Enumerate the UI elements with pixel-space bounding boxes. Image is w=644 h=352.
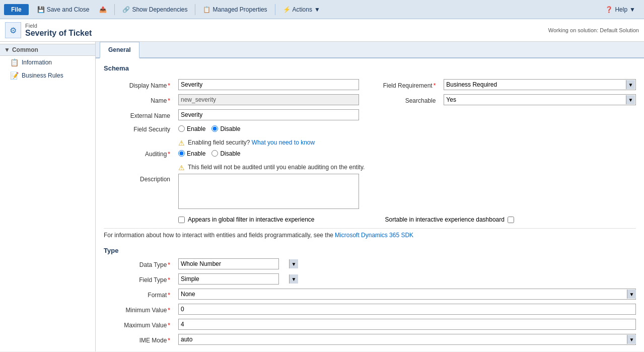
- maximum-value-row: Maximum Value*: [104, 319, 636, 330]
- maximum-value-input[interactable]: [178, 319, 636, 330]
- deps-icon: 🔗: [122, 6, 130, 13]
- display-name-row: Display Name* Field Requirement* Busines…: [104, 79, 636, 90]
- field-security-row: Field Security Enable Disable: [104, 124, 636, 133]
- field-requirement-select[interactable]: Business RequiredOptionalSystem Required: [444, 79, 636, 90]
- sortable-label: Sortable in interactive experience dashb…: [385, 216, 504, 223]
- information-icon: 📋: [10, 58, 19, 66]
- publish-button[interactable]: 📤: [95, 4, 111, 16]
- searchable-select[interactable]: YesNo: [444, 94, 636, 105]
- data-type-arrow: ▼: [289, 259, 298, 268]
- field-security-disable-radio[interactable]: [211, 125, 218, 132]
- form-content: Schema Display Name* Field Requirement* …: [96, 58, 644, 351]
- sortable-checkbox[interactable]: [508, 217, 514, 223]
- save-close-button[interactable]: 💾 Save and Close: [33, 4, 94, 16]
- auditing-disable-label[interactable]: Disable: [211, 150, 240, 157]
- name-input[interactable]: [178, 94, 359, 105]
- actions-icon: ⚡: [283, 6, 291, 13]
- name-label: Name*: [104, 96, 174, 104]
- global-filter-label: Appears in global filter in interactive …: [188, 216, 314, 223]
- maximum-value-col: Maximum Value*: [104, 319, 636, 330]
- chevron-down-icon: ▼: [4, 46, 10, 53]
- help-button[interactable]: ❓ Help ▼: [601, 4, 640, 16]
- ime-mode-label: IME Mode*: [104, 335, 174, 344]
- auditing-enable-radio[interactable]: [178, 150, 185, 157]
- display-name-label: Display Name*: [104, 81, 174, 89]
- minimum-value-input[interactable]: [178, 304, 636, 315]
- external-name-col: External Name: [104, 109, 359, 120]
- global-filter-checkbox[interactable]: [178, 217, 185, 223]
- display-name-input[interactable]: [178, 79, 359, 90]
- field-security-radio-group: Enable Disable: [178, 125, 240, 132]
- sidebar-item-information[interactable]: 📋 Information: [0, 56, 95, 69]
- field-security-enable-radio[interactable]: [178, 125, 185, 132]
- format-select[interactable]: NoneDurationTime ZoneLanguage: [178, 289, 636, 300]
- field-type-label: Field Type*: [104, 275, 174, 284]
- separator-3: [275, 4, 275, 15]
- format-select-wrapper: NoneDurationTime ZoneLanguage ▼: [178, 289, 636, 300]
- help-icon: ❓: [605, 6, 613, 13]
- page-subtitle: Field: [25, 23, 92, 29]
- data-type-row: Data Type* Whole Number ▼: [104, 258, 636, 269]
- what-you-need-to-know-link[interactable]: What you need to know: [252, 139, 315, 146]
- ime-mode-row: IME Mode* autoactiveinactivedisabled ▼: [104, 334, 636, 345]
- field-type-select-wrapper: SimpleCalculatedRollup ▼: [178, 273, 299, 285]
- field-type-arrow: ▼: [289, 274, 298, 284]
- minimum-value-label: Minimum Value*: [104, 305, 174, 314]
- ime-mode-select[interactable]: autoactiveinactivedisabled: [178, 334, 636, 345]
- field-security-col: Field Security Enable Disable: [104, 124, 359, 133]
- field-type-select[interactable]: SimpleCalculatedRollup: [178, 273, 279, 285]
- auditing-disable-radio[interactable]: [211, 150, 218, 157]
- description-textarea[interactable]: [178, 174, 359, 209]
- type-section-header: Type: [104, 247, 636, 254]
- auditing-warning-text: This field will not be audited until you…: [188, 164, 365, 171]
- auditing-col: Auditing* Enable Disable: [104, 149, 359, 158]
- actions-button[interactable]: ⚡ Actions ▼: [278, 4, 325, 16]
- description-label: Description: [104, 174, 174, 183]
- field-security-disable-label[interactable]: Disable: [211, 125, 240, 132]
- tab-bar: General: [96, 42, 644, 58]
- searchable-col: Searchable YesNo ▼: [359, 94, 636, 105]
- working-on-label: Working on solution: Default Solution: [548, 27, 639, 33]
- field-security-enable-label[interactable]: Enable: [178, 125, 205, 132]
- sidebar-item-business-rules[interactable]: 📝 Business Rules: [0, 69, 95, 82]
- name-row: Name* Searchable YesNo ▼: [104, 94, 636, 105]
- show-dependencies-button[interactable]: 🔗 Show Dependencies: [118, 4, 192, 16]
- save-icon: 💾: [37, 6, 45, 13]
- minimum-value-col: Minimum Value*: [104, 304, 636, 315]
- external-name-input[interactable]: [178, 109, 359, 120]
- sdk-link[interactable]: Microsoft Dynamics 365 SDK: [335, 232, 413, 239]
- auditing-warning-row: ⚠ This field will not be audited until y…: [104, 162, 636, 174]
- main-layout: ▼ Common 📋 Information 📝 Business Rules …: [0, 42, 644, 351]
- sortable-col: Sortable in interactive experience dashb…: [385, 216, 514, 223]
- field-type-col: Field Type* SimpleCalculatedRollup ▼: [104, 273, 359, 285]
- format-col: Format* NoneDurationTime ZoneLanguage ▼: [104, 289, 636, 300]
- global-filter-col: Appears in global filter in interactive …: [104, 216, 314, 223]
- auditing-label: Auditing*: [104, 149, 174, 158]
- data-type-select[interactable]: Whole Number: [178, 258, 279, 269]
- schema-section-header: Schema: [104, 64, 636, 74]
- sidebar-item-information-label: Information: [22, 59, 52, 66]
- maximum-value-label: Maximum Value*: [104, 320, 174, 329]
- auditing-row: Auditing* Enable Disable: [104, 149, 636, 158]
- field-security-warning-text: Enabling field security? What you need t…: [188, 139, 315, 146]
- page-title: Severity of Ticket: [25, 29, 92, 38]
- managed-properties-button[interactable]: 📋 Managed Properties: [198, 4, 271, 16]
- common-section-header[interactable]: ▼ Common: [0, 44, 95, 56]
- field-security-label: Field Security: [104, 124, 174, 133]
- description-col: Description: [104, 174, 359, 209]
- sidebar: ▼ Common 📋 Information 📝 Business Rules: [0, 42, 96, 351]
- description-row: Description: [104, 174, 636, 209]
- warning-icon-security: ⚠: [178, 139, 185, 147]
- help-dropdown-icon: ▼: [629, 6, 635, 13]
- file-button[interactable]: File: [4, 4, 29, 15]
- field-requirement-label: Field Requirement*: [369, 81, 440, 89]
- searchable-label: Searchable: [369, 96, 440, 104]
- publish-icon: 📤: [99, 6, 107, 13]
- tab-general[interactable]: General: [100, 42, 139, 58]
- auditing-enable-label[interactable]: Enable: [178, 150, 205, 157]
- ime-mode-select-wrapper: autoactiveinactivedisabled ▼: [178, 334, 636, 345]
- auditing-radio-group: Enable Disable: [178, 150, 240, 157]
- page-header: ⚙ Field Severity of Ticket Working on so…: [0, 19, 644, 42]
- external-name-row: External Name: [104, 109, 636, 120]
- searchable-select-wrapper: YesNo ▼: [444, 94, 636, 105]
